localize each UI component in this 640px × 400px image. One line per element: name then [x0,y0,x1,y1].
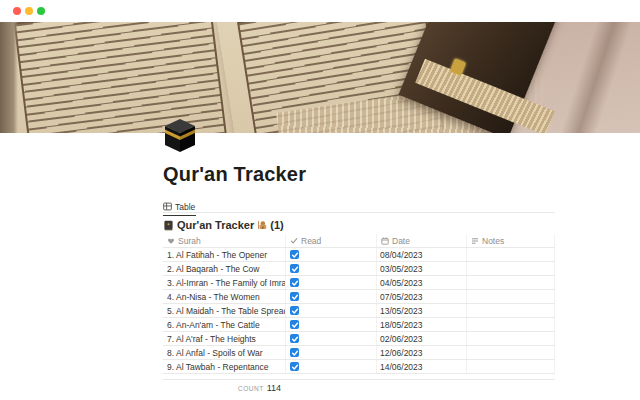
check-icon [291,321,299,329]
check-icon [291,293,299,301]
column-header-date[interactable]: Date [377,234,467,247]
table-row[interactable]: 1. Al Fatihah - The Opener 08/04/2023 [163,248,555,262]
table-row[interactable]: 2. Al Baqarah - The Cow 03/05/2023 [163,262,555,276]
table-row[interactable]: 6. An-An'am - The Cattle 18/05/2023 [163,318,555,332]
read-cell[interactable] [286,332,377,345]
surah-cell[interactable]: 5. Al Maidah - The Table Spread [163,304,286,317]
date-cell[interactable]: 18/05/2023 [377,318,467,331]
tab-table[interactable]: Table [163,200,196,216]
surah-cell[interactable]: 9. Al Tawbah - Repentance [163,360,286,373]
notes-cell[interactable] [467,332,555,345]
check-icon [291,349,299,357]
read-checkbox[interactable] [290,264,299,273]
notes-cell[interactable] [467,360,555,373]
table-body: 1. Al Fatihah - The Opener 08/04/2023 2.… [163,248,555,374]
read-checkbox[interactable] [290,320,299,329]
date-cell[interactable]: 02/06/2023 [377,332,467,345]
read-checkbox[interactable] [290,362,299,371]
notes-cell[interactable] [467,248,555,261]
table-row[interactable]: 3. Al-Imran - The Family of Imran 04/05/… [163,276,555,290]
surah-cell[interactable]: 7. Al A'raf - The Heights [163,332,286,345]
read-checkbox[interactable] [290,292,299,301]
column-label: Notes [482,236,504,246]
surah-cell[interactable]: 2. Al Baqarah - The Cow [163,262,286,275]
surah-cell[interactable]: 6. An-An'am - The Cattle [163,318,286,331]
column-label: Read [301,236,321,246]
check-icon [291,279,299,287]
read-cell[interactable] [286,304,377,317]
read-cell[interactable] [286,360,377,373]
notes-cell[interactable] [467,318,555,331]
table-icon [163,202,172,211]
date-cell[interactable]: 04/05/2023 [377,276,467,289]
date-cell[interactable]: 07/05/2023 [377,290,467,303]
column-label: Date [392,236,410,246]
cover-image[interactable] [0,22,640,133]
read-cell[interactable] [286,318,377,331]
database-table: Surah Read Date [163,234,555,395]
read-cell[interactable] [286,346,377,359]
notes-cell[interactable] [467,262,555,275]
read-checkbox[interactable] [290,306,299,315]
checkbox-icon [290,237,298,245]
table-row[interactable]: 8. Al Anfal - Spoils of War 12/06/2023 [163,346,555,360]
tab-table-label: Table [175,202,195,212]
read-checkbox[interactable] [290,250,299,259]
surah-cell[interactable]: 3. Al-Imran - The Family of Imran [163,276,286,289]
count-calculation[interactable]: COUNT 114 [163,383,286,393]
page-title: Qur'an Tracker [163,162,555,186]
date-cell[interactable]: 13/05/2023 [377,304,467,317]
table-row[interactable]: 9. Al Tawbah - Repentance 14/06/2023 [163,360,555,374]
surah-cell[interactable]: 1. Al Fatihah - The Opener [163,248,286,261]
read-checkbox[interactable] [290,334,299,343]
read-cell[interactable] [286,248,377,261]
mosque-icon [257,220,267,230]
table-row[interactable]: 5. Al Maidah - The Table Spread 13/05/20… [163,304,555,318]
read-cell[interactable] [286,276,377,289]
calendar-icon [381,237,389,245]
text-icon [471,237,479,245]
column-header-notes[interactable]: Notes [467,234,555,247]
read-cell[interactable] [286,290,377,303]
minimize-window-button[interactable] [25,7,33,15]
surah-cell[interactable]: 8. Al Anfal - Spoils of War [163,346,286,359]
database-count-badge: (1) [270,219,283,231]
kaaba-page-icon[interactable] [163,117,197,154]
column-header-read[interactable]: Read [286,234,377,247]
check-icon [291,251,299,259]
column-label: Surah [178,236,201,246]
date-cell[interactable]: 12/06/2023 [377,346,467,359]
date-cell[interactable]: 03/05/2023 [377,262,467,275]
notes-cell[interactable] [467,290,555,303]
notes-cell[interactable] [467,346,555,359]
date-cell[interactable]: 08/04/2023 [377,248,467,261]
count-label: COUNT [238,385,264,392]
read-checkbox[interactable] [290,278,299,287]
surah-cell[interactable]: 4. An-Nisa - The Women [163,290,286,303]
table-row[interactable]: 4. An-Nisa - The Women 07/05/2023 [163,290,555,304]
table-header-row: Surah Read Date [163,234,555,248]
notes-cell[interactable] [467,276,555,289]
check-icon [291,307,299,315]
date-cell[interactable]: 14/06/2023 [377,360,467,373]
notion-window: Qur'an Tracker Table Qur'an Tracker [0,0,640,400]
read-cell[interactable] [286,262,377,275]
check-icon [291,265,299,273]
close-window-button[interactable] [13,7,21,15]
check-icon [291,335,299,343]
table-row[interactable]: 7. Al A'raf - The Heights 02/06/2023 [163,332,555,346]
read-checkbox[interactable] [290,348,299,357]
notes-cell[interactable] [467,304,555,317]
check-icon [291,363,299,371]
closed-book-icon [163,220,174,231]
count-value: 114 [267,383,281,393]
table-footer: COUNT 114 [163,380,555,395]
cover-left-edge [0,22,18,133]
zoom-window-button[interactable] [37,7,45,15]
heart-icon [167,237,175,245]
database-header: Qur'an Tracker (1) [163,219,555,231]
window-titlebar [0,0,640,22]
database-title: Qur'an Tracker [177,219,254,231]
column-header-surah[interactable]: Surah [163,234,286,247]
view-tab-bar: Table [163,197,555,213]
